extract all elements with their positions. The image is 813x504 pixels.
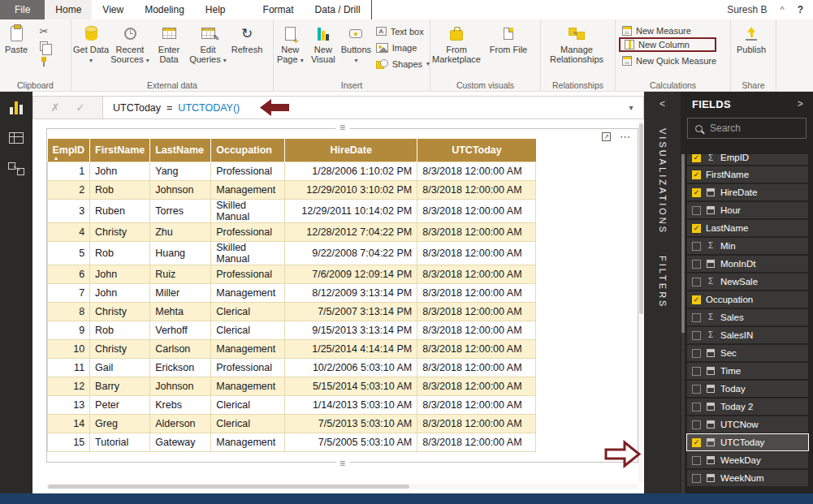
- table-row[interactable]: 9RobVerhoffClerical9/15/2013 3:13:14 PM8…: [48, 321, 536, 339]
- from-marketplace-button[interactable]: From Marketplace: [430, 19, 482, 64]
- text-box-button[interactable]: Text box: [376, 25, 430, 37]
- table-row[interactable]: 8ChristyMehtaClerical7/5/2007 3:13:14 PM…: [48, 302, 536, 321]
- column-header-utctoday[interactable]: UTCToday: [417, 139, 536, 162]
- new-page-button[interactable]: New Page ▾: [274, 19, 307, 66]
- help-icon[interactable]: ?: [798, 4, 803, 15]
- fields-scroll-thumb[interactable]: [681, 154, 685, 333]
- from-file-button[interactable]: From File: [482, 19, 534, 54]
- visualizations-pane-tab[interactable]: VISUALIZATIONS: [658, 128, 668, 235]
- field-item-salesin[interactable]: ΣSalesIN: [687, 327, 808, 343]
- field-item-utctoday[interactable]: ✓UTCToday: [687, 434, 808, 450]
- table-row[interactable]: 12BarryJohnsonManagement5/15/2014 5:03:1…: [48, 377, 536, 395]
- image-button[interactable]: Image: [376, 41, 430, 54]
- field-checkbox[interactable]: ✓: [692, 438, 701, 447]
- formula-input[interactable]: UTCToday = UTCTODAY(): [103, 97, 619, 118]
- drag-handle-bottom[interactable]: ≡: [335, 459, 349, 467]
- tab-home[interactable]: Home: [45, 0, 92, 19]
- field-item-today[interactable]: Today: [687, 381, 808, 397]
- field-checkbox[interactable]: [692, 242, 701, 251]
- field-checkbox[interactable]: [692, 385, 701, 394]
- format-painter-icon[interactable]: [40, 56, 48, 67]
- field-item-hour[interactable]: Hour: [687, 202, 808, 218]
- filters-pane-tab[interactable]: FILTERS: [658, 256, 668, 308]
- table-row[interactable]: 7JohnMillerManagement8/12/2009 3:13:14 P…: [48, 283, 536, 302]
- field-checkbox[interactable]: [692, 474, 701, 483]
- field-checkbox[interactable]: [692, 349, 701, 358]
- field-checkbox[interactable]: [692, 420, 701, 429]
- field-checkbox[interactable]: [692, 331, 701, 340]
- field-item-time[interactable]: Time: [687, 363, 808, 379]
- tab-view[interactable]: View: [92, 0, 134, 19]
- report-view-button[interactable]: [0, 92, 32, 123]
- focus-mode-icon[interactable]: ↗: [602, 132, 611, 141]
- data-view-button[interactable]: [0, 123, 32, 153]
- field-item-firstname[interactable]: ✓FirstName: [687, 166, 808, 183]
- publish-button[interactable]: Publish: [731, 19, 772, 54]
- field-item-weeknum[interactable]: WeekNum: [687, 470, 808, 486]
- collapse-ribbon-icon[interactable]: ^: [780, 5, 784, 15]
- fields-scrollbar[interactable]: [681, 154, 685, 495]
- enter-data-button[interactable]: Enter Data: [149, 19, 188, 64]
- copy-icon[interactable]: [40, 41, 48, 52]
- field-checkbox[interactable]: [692, 260, 701, 269]
- field-item-monindt[interactable]: MonInDt: [687, 256, 808, 272]
- expand-formula-bar-icon[interactable]: ▾: [619, 97, 643, 118]
- horizontal-scroll-thumb[interactable]: [48, 485, 409, 489]
- new-measure-button[interactable]: New Measure: [622, 24, 716, 37]
- new-column-button[interactable]: New Column: [619, 37, 716, 52]
- field-item-utcnow[interactable]: UTCNow: [687, 416, 808, 433]
- tab-data-drill[interactable]: Data / Drill: [305, 0, 371, 19]
- table-row[interactable]: 14GregAldersonClerical7/5/2013 5:03:10 A…: [48, 414, 536, 433]
- more-options-icon[interactable]: ⋯: [620, 131, 631, 143]
- buttons-button[interactable]: Buttons ▾: [339, 19, 373, 66]
- field-item-newsale[interactable]: ΣNewSale: [687, 274, 808, 290]
- column-header-occupation[interactable]: Occupation: [211, 139, 285, 162]
- field-checkbox[interactable]: ✓: [692, 170, 701, 179]
- field-item-min[interactable]: ΣMin: [687, 238, 808, 254]
- field-checkbox[interactable]: [692, 278, 701, 286]
- table-row[interactable]: 13PeterKrebsClerical1/14/2013 5:03:10 AM…: [48, 395, 536, 414]
- table-row[interactable]: 10ChristyCarlsonManagement1/25/2014 4:14…: [48, 339, 536, 358]
- commit-formula-icon[interactable]: ✓: [76, 101, 85, 114]
- column-header-firstname[interactable]: FirstName: [90, 139, 150, 162]
- tab-help[interactable]: Help: [195, 0, 236, 19]
- tab-format[interactable]: Format: [253, 0, 305, 19]
- canvas-vertical-scrollbar[interactable]: [638, 120, 644, 483]
- cut-icon[interactable]: ✂: [40, 25, 49, 37]
- field-item-lastname[interactable]: ✓LastName: [687, 220, 808, 236]
- shapes-button[interactable]: Shapes ▾: [376, 58, 430, 70]
- table-row[interactable]: 1JohnYangProfessional1/28/2006 1:10:02 P…: [48, 162, 536, 180]
- recent-sources-button[interactable]: Recent Sources ▾: [110, 19, 149, 66]
- field-item-weekday[interactable]: WeekDay: [687, 452, 808, 468]
- collapse-fields-icon[interactable]: >: [798, 98, 803, 110]
- tab-file[interactable]: File: [0, 0, 45, 19]
- field-item-sales[interactable]: ΣSales: [687, 309, 808, 325]
- field-checkbox[interactable]: [692, 403, 701, 411]
- tab-modeling[interactable]: Modeling: [134, 0, 195, 19]
- table-row[interactable]: 2RobJohnsonManagement12/29/2010 3:10:02 …: [48, 180, 536, 199]
- manage-relationships-button[interactable]: Manage Relationships: [541, 19, 612, 64]
- field-item-empid[interactable]: ✓ΣEmpID: [687, 154, 808, 165]
- vertical-scroll-thumb[interactable]: [639, 123, 643, 314]
- table-row[interactable]: 6JohnRuizProfessional7/6/2009 12:09:14 P…: [48, 265, 536, 283]
- expand-pane-icon[interactable]: <: [644, 98, 681, 110]
- edit-queries-button[interactable]: ✎ Edit Queries ▾: [188, 19, 227, 66]
- cancel-formula-icon[interactable]: ✗: [51, 101, 60, 114]
- table-row[interactable]: 11GailEricksonProfessional10/2/2006 5:03…: [48, 358, 536, 377]
- table-row[interactable]: 15TutorialGatewayManagement7/5/2005 5:03…: [48, 433, 536, 451]
- get-data-button[interactable]: Get Data ▾: [71, 19, 110, 66]
- signed-in-user[interactable]: Suresh B: [727, 4, 767, 15]
- field-checkbox[interactable]: ✓: [692, 188, 701, 197]
- field-checkbox[interactable]: [692, 367, 701, 376]
- new-quick-measure-button[interactable]: New Quick Measure: [622, 54, 716, 67]
- drag-handle-top[interactable]: ≡: [335, 123, 349, 131]
- new-visual-button[interactable]: New Visual: [307, 19, 340, 64]
- table-row[interactable]: 5RobHuangSkilled Manual9/22/2008 7:04:22…: [48, 241, 536, 265]
- model-view-button[interactable]: [0, 153, 32, 184]
- refresh-button[interactable]: ↻ Refresh: [227, 19, 266, 54]
- field-checkbox[interactable]: ✓: [692, 224, 701, 233]
- column-header-empid[interactable]: EmpID▲: [48, 139, 90, 162]
- paste-button[interactable]: Paste: [0, 19, 32, 54]
- field-item-occupation[interactable]: ✓Occupation: [687, 291, 808, 308]
- canvas-horizontal-scrollbar[interactable]: [46, 484, 638, 489]
